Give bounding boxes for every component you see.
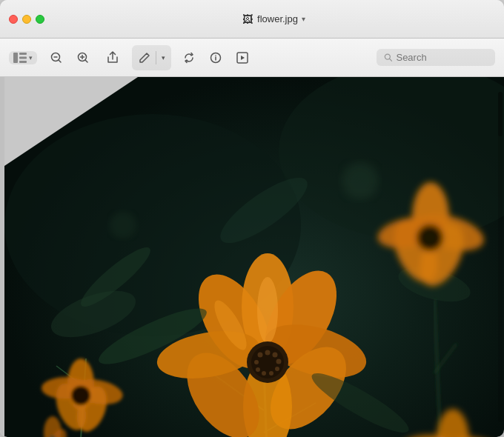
- titlebar: 🖼 flower.jpg ▾: [0, 0, 504, 39]
- markup-toolbar-group: ▾: [132, 45, 171, 70]
- share-icon: [107, 51, 119, 64]
- svg-rect-2: [19, 56, 27, 59]
- search-input[interactable]: [396, 52, 488, 63]
- svg-line-10: [85, 60, 87, 62]
- svg-point-50: [262, 371, 266, 376]
- markup-chevron-button[interactable]: ▾: [156, 47, 170, 69]
- pen-icon: [139, 52, 150, 64]
- sidebar-chevron: ▾: [29, 54, 33, 61]
- svg-rect-3: [19, 61, 27, 63]
- title-chevron[interactable]: ▾: [302, 15, 305, 23]
- svg-point-58: [417, 224, 443, 251]
- window-title: flower.jpg: [257, 13, 298, 24]
- svg-point-44: [258, 353, 263, 358]
- rotate-button[interactable]: [177, 47, 201, 69]
- zoom-in-icon: [77, 52, 89, 64]
- svg-point-13: [215, 55, 216, 56]
- svg-rect-1: [19, 53, 27, 55]
- image-display: [4, 77, 504, 437]
- rotate-icon: [183, 52, 196, 64]
- minimize-button[interactable]: [22, 15, 31, 24]
- svg-point-77: [342, 162, 379, 199]
- svg-point-46: [273, 353, 278, 358]
- search-box: [377, 49, 495, 66]
- scrollbar-thumb[interactable]: [498, 92, 503, 136]
- scrollbar[interactable]: [498, 92, 503, 422]
- toolbar: ▾: [0, 39, 504, 77]
- info-button[interactable]: [204, 47, 228, 69]
- zoom-out-button[interactable]: [44, 47, 68, 69]
- window-title-area: 🖼 flower.jpg ▾: [52, 13, 495, 25]
- content-area: [0, 77, 504, 437]
- sidebar-toggle-button[interactable]: ▾: [9, 51, 37, 64]
- info-icon: [210, 52, 222, 64]
- svg-point-45: [265, 350, 271, 356]
- zoom-in-button[interactable]: [71, 47, 95, 69]
- slideshow-button[interactable]: [231, 47, 254, 69]
- svg-point-51: [256, 367, 260, 372]
- preview-window: 🖼 flower.jpg ▾ ▾: [0, 0, 504, 437]
- svg-point-47: [276, 359, 282, 364]
- svg-point-78: [110, 212, 136, 238]
- search-icon: [384, 53, 392, 62]
- svg-line-6: [59, 60, 61, 62]
- close-button[interactable]: [9, 15, 18, 24]
- svg-rect-0: [13, 53, 18, 63]
- flower-image: [4, 77, 504, 437]
- svg-point-40: [257, 277, 278, 344]
- svg-line-16: [389, 59, 391, 61]
- sidebar-icon: [13, 53, 27, 63]
- traffic-lights: [9, 15, 44, 24]
- svg-point-49: [269, 371, 273, 376]
- slideshow-icon: [236, 52, 248, 64]
- file-icon: 🖼: [242, 13, 253, 25]
- zoom-out-icon: [50, 52, 62, 64]
- share-button[interactable]: [101, 47, 125, 69]
- svg-point-64: [71, 386, 90, 405]
- markup-button[interactable]: [133, 47, 156, 69]
- svg-point-52: [254, 360, 259, 364]
- maximize-button[interactable]: [36, 15, 44, 24]
- svg-point-48: [275, 367, 279, 371]
